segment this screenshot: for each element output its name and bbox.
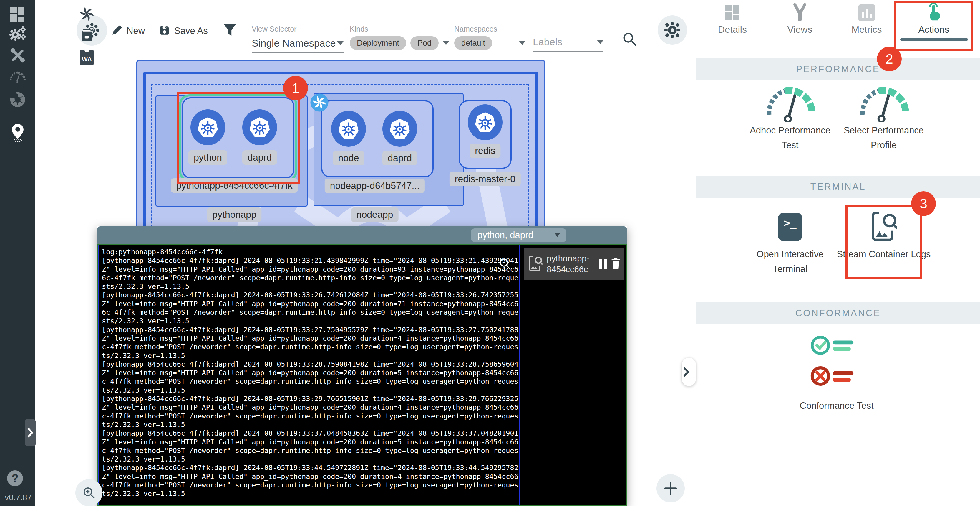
tab-details[interactable] (722, 5, 743, 21)
container-daprd[interactable] (382, 111, 417, 147)
namespaces-label: Namespaces (454, 25, 525, 33)
tab-metrics[interactable] (858, 4, 875, 21)
zoom-in-button[interactable] (75, 479, 102, 506)
location-pin-icon[interactable] (0, 123, 35, 142)
select-profile-gauge-icon[interactable] (854, 85, 913, 123)
container-node[interactable] (331, 111, 366, 147)
namespaces-field[interactable]: Namespaces default (454, 25, 525, 53)
save-icon (159, 25, 170, 37)
tab-metrics-label[interactable]: Metrics (851, 24, 882, 35)
actions-panel: Details Views Metrics Actions 2 PERFORMA… (696, 0, 980, 506)
delete-stream-icon[interactable] (611, 257, 621, 271)
log-tab-name: pythonapp- 8454cc66c (547, 253, 597, 275)
wasm-icon[interactable]: WA (80, 50, 94, 65)
kinds-field[interactable]: Kinds Deployment Pod (350, 25, 447, 53)
view-selector-field[interactable]: View Selector Single Namespace (252, 25, 344, 53)
container-label: daprd (242, 150, 277, 165)
terminal-section-header: TERMINAL (696, 176, 980, 198)
pod-name-label: pythonapp-8454cc66c-4f7fk (171, 178, 298, 193)
chevron-down-icon (597, 40, 603, 44)
container-label: node (332, 151, 364, 165)
terminal-header[interactable]: python, daprd (97, 226, 627, 244)
annotation-badge-1: 1 (283, 76, 308, 101)
conformance-test-action[interactable]: Conformance Test (778, 398, 896, 413)
panel-collapse-tab[interactable] (682, 358, 696, 386)
pause-stream-icon[interactable] (599, 259, 607, 269)
kind-chip[interactable]: Pod (410, 36, 439, 50)
terminal-prompt-icon[interactable]: >_ (778, 213, 802, 241)
sidebar-expand-button[interactable] (25, 419, 36, 446)
stream-logs-icon (528, 255, 542, 273)
minimize-icon[interactable] (690, 234, 698, 236)
container-label: daprd (382, 151, 417, 165)
kinds-label: Kinds (350, 25, 447, 33)
help-icon[interactable]: ? (7, 470, 23, 486)
kind-chip[interactable]: Deployment (350, 36, 406, 50)
stream-container-logs-icon[interactable] (871, 211, 897, 244)
pod-name-label: redis-master-0 (450, 172, 521, 186)
save-as-button[interactable]: Save As (159, 25, 208, 37)
container-daprd[interactable] (242, 109, 277, 145)
settings-gear-button[interactable] (658, 15, 687, 45)
terminal-body: log:pythonapp-8454cc66c-4f7fk [pythonapp… (97, 244, 627, 506)
components-archive-icon[interactable] (80, 28, 94, 43)
tab-actions-label[interactable]: Actions (918, 24, 950, 35)
new-button-label: New (127, 26, 145, 36)
search-icon[interactable] (622, 31, 637, 48)
log-text: log:pythonapp-8454cc66c-4f7fk [pythonapp… (99, 246, 519, 501)
new-button[interactable]: New (111, 25, 145, 37)
fullscreen-icon[interactable] (671, 230, 680, 241)
labels-field[interactable]: Labels (533, 25, 603, 52)
terminal-window: python, daprd log:pythonapp-8454cc66c-4f… (97, 226, 627, 506)
select-performance-profile-action[interactable]: Select Performance Profile (835, 123, 932, 153)
secondary-sidebar: WA (35, 0, 67, 506)
chevron-down-icon (519, 41, 525, 45)
version-label: v0.7.87 (5, 493, 32, 502)
view-selector-value: Single Namespace (252, 37, 336, 49)
tab-views-label[interactable]: Views (788, 24, 813, 35)
tab-views[interactable] (791, 3, 809, 22)
performance-gauge-icon[interactable] (0, 70, 35, 83)
namespace-chip[interactable]: default (454, 36, 492, 50)
view-selector-label: View Selector (252, 25, 344, 33)
conformance-section-header: CONFORMANCE (696, 302, 980, 324)
dapr-annotation-badge (310, 93, 329, 112)
stream-container-logs-action[interactable]: Stream Container Logs (835, 247, 932, 262)
tools-icon[interactable] (0, 47, 35, 64)
mesh-chart-icon[interactable] (0, 91, 35, 109)
adhoc-performance-test-action[interactable]: Adhoc Performance Test (741, 123, 839, 153)
container-label: python (188, 150, 227, 165)
filter-funnel-icon[interactable] (222, 22, 237, 39)
container-select-dropdown[interactable]: python, daprd (471, 228, 566, 242)
deployment-name-label: pythonapp (207, 208, 261, 222)
dashboard-icon[interactable] (0, 7, 35, 22)
sidebar-divider (0, 117, 35, 117)
deployment-name-label: nodeapp (351, 208, 399, 222)
dapr-logo-icon[interactable] (80, 6, 94, 22)
container-select-value: python, daprd (477, 230, 533, 241)
primary-sidebar: ? v0.7.87 (0, 0, 35, 506)
log-search-icon[interactable] (498, 257, 512, 273)
active-tab-underline (900, 38, 968, 41)
labels-placeholder: Labels (533, 36, 562, 48)
panel-divider (696, 0, 696, 506)
container-label: redis (469, 144, 500, 158)
tab-details-label[interactable]: Details (718, 24, 747, 35)
tab-actions[interactable] (925, 2, 942, 22)
pencil-icon (111, 25, 123, 37)
pod-name-label: nodeapp-d64b5747... (325, 179, 425, 193)
log-stream-tab[interactable]: pythonapp- 8454cc66c (524, 249, 624, 280)
chevron-down-icon (555, 233, 560, 237)
performance-section-header: PERFORMANCE (696, 58, 980, 80)
add-button[interactable] (657, 474, 685, 503)
log-stream-area[interactable]: log:pythonapp-8454cc66c-4f7fk [pythonapp… (98, 245, 520, 505)
annotation-badge-3: 3 (911, 191, 936, 216)
adhoc-performance-gauge-icon[interactable] (761, 85, 819, 123)
services-gears-icon[interactable] (0, 26, 35, 43)
container-redis[interactable] (468, 104, 503, 140)
open-interactive-terminal-action[interactable]: Open Interactive Terminal (740, 247, 840, 276)
conformance-checklist-icon[interactable] (809, 333, 867, 399)
chevron-down-icon (443, 41, 449, 45)
container-python[interactable] (191, 109, 225, 145)
chevron-down-icon (337, 41, 344, 45)
